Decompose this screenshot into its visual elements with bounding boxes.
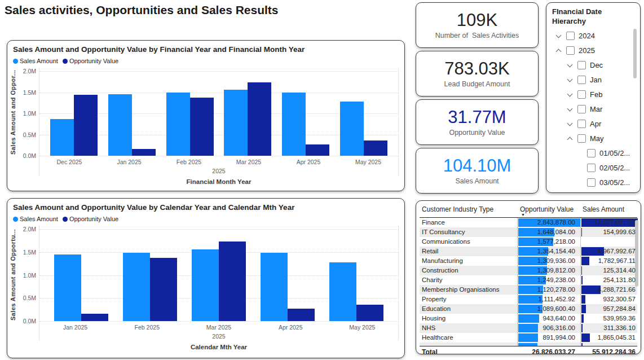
tree-item-mar[interactable]: Mar: [546, 102, 640, 117]
bar-group-apr-2025[interactable]: [282, 71, 329, 156]
tree-item-2025[interactable]: 2025: [546, 43, 640, 58]
opportunity-value-text: 1,249,238.00: [537, 276, 575, 283]
sales-amount-cell: 154,999.63: [580, 227, 637, 237]
chevron-down-icon[interactable]: [567, 62, 574, 69]
bar-opportunity-value[interactable]: [306, 144, 329, 156]
table-row[interactable]: [420, 343, 637, 346]
tree-item-02-05-2-[interactable]: 02/05/2...: [546, 161, 640, 175]
total-sales-amount: 55,912,284.36: [580, 346, 637, 354]
bar-sales-amount[interactable]: [166, 93, 190, 156]
tree-item-03-05-2-[interactable]: 03/05/2...: [546, 175, 640, 190]
checkbox[interactable]: [577, 90, 586, 99]
table-row[interactable]: Housing943,640.00539,959.36: [420, 314, 637, 323]
table-row[interactable]: Healthcare891,994.001,865,045.31: [420, 333, 637, 343]
checkbox[interactable]: [577, 61, 586, 69]
checkbox[interactable]: [577, 120, 586, 128]
checkbox[interactable]: [577, 105, 586, 113]
chevron-up-icon[interactable]: [567, 135, 574, 142]
tree-item-jan[interactable]: Jan: [546, 73, 640, 87]
bar-sales-amount[interactable]: [54, 254, 81, 321]
bar-opportunity-value[interactable]: [74, 95, 98, 156]
table-row[interactable]: Property1,111,452.92932,300.57: [420, 295, 637, 304]
bar-sales-amount[interactable]: [224, 90, 248, 156]
bar-opportunity-value[interactable]: [364, 141, 387, 156]
legend-item-sales-amount[interactable]: Sales Amount: [13, 58, 58, 64]
chevron-down-icon[interactable]: [555, 33, 562, 39]
bars-layer: [39, 71, 398, 156]
checkbox[interactable]: [587, 164, 596, 172]
tree-item-may[interactable]: May: [546, 131, 640, 146]
bar-sales-amount[interactable]: [261, 253, 288, 321]
chevron-down-icon[interactable]: [567, 77, 574, 84]
checkbox[interactable]: [577, 134, 586, 143]
sales-amount-text: 125,314.40: [603, 267, 636, 274]
opportunity-value-text: 1,111,452.92: [539, 296, 575, 302]
opportunity-data-bar: [518, 314, 539, 323]
table-row[interactable]: Manufacturing1,309,936.001,782,967.11: [420, 256, 637, 266]
table-row[interactable]: IT Consultancy1,648,084.00154,999.63: [420, 227, 637, 237]
table-body: Finance2,843,878.0012,527,091.57IT Consu…: [420, 218, 637, 346]
checkbox[interactable]: [566, 46, 575, 55]
chevron-up-icon[interactable]: [555, 47, 562, 54]
bar-group-dec-2025[interactable]: [50, 71, 98, 156]
bar-sales-amount[interactable]: [340, 102, 364, 156]
bar-sales-amount[interactable]: [282, 93, 306, 156]
chevron-down-icon[interactable]: [567, 91, 574, 98]
bar-sales-amount[interactable]: [329, 262, 356, 321]
bar-opportunity-value[interactable]: [356, 305, 383, 321]
table-row[interactable]: Education1,089,600.40957,284.84: [420, 304, 637, 314]
opportunity-value-text: 906,316.00: [542, 324, 575, 331]
table-row[interactable]: NHS906,316.00311,336.10: [420, 323, 637, 333]
table-row[interactable]: Charity1,249,238.00254,131.80: [420, 275, 637, 285]
bar-sales-amount[interactable]: [108, 94, 132, 156]
bar-group-jan-2025[interactable]: [108, 71, 156, 156]
legend-item-opportunity-value[interactable]: Opportunity Value: [63, 58, 118, 64]
column-header-customer-industry-type[interactable]: Customer Industry Type: [420, 205, 517, 216]
bar-group-feb-2025[interactable]: [123, 229, 177, 321]
tree-item-dec[interactable]: Dec: [546, 58, 640, 73]
table-header: Customer Industry Type Opportunity Value…: [420, 203, 637, 218]
checkbox[interactable]: [566, 32, 575, 40]
bar-opportunity-value[interactable]: [288, 309, 315, 321]
legend-item-opportunity-value[interactable]: Opportunity Value: [63, 216, 118, 222]
bar-group-may-2025[interactable]: [340, 71, 387, 156]
bar-group-mar-2025[interactable]: [224, 71, 271, 156]
tree-item-2024[interactable]: 2024: [546, 29, 640, 43]
financial-date-hierarchy-slicer: FInancial Date Hierarchy 20242025DecJanF…: [546, 2, 641, 193]
bar-opportunity-value[interactable]: [190, 98, 214, 156]
legend-label: Sales Amount: [20, 216, 58, 222]
checkbox[interactable]: [587, 178, 596, 187]
bar-sales-amount[interactable]: [50, 119, 74, 156]
table-row[interactable]: Finance2,843,878.0012,527,091.57: [420, 218, 637, 227]
table-row[interactable]: Construction1,309,812.00125,314.40: [420, 266, 637, 275]
tree-item-label: May: [590, 134, 604, 143]
column-header-sales-amount[interactable]: Sales Amount: [580, 205, 637, 216]
table-row[interactable]: Retail1,354,154.404,967,992.67: [420, 247, 637, 256]
tree-item-01-05-2-[interactable]: 01/05/2...: [546, 146, 640, 161]
table-row[interactable]: Communications1,577,218.00: [420, 237, 637, 247]
bar-opportunity-value[interactable]: [132, 149, 156, 156]
bar-group-feb-2025[interactable]: [166, 71, 214, 156]
bar-group-may-2025[interactable]: [329, 229, 383, 321]
slicer-scrollbar[interactable]: [633, 29, 637, 78]
tree-item-feb[interactable]: Feb: [546, 87, 640, 102]
bar-group-mar-2025[interactable]: [192, 229, 246, 321]
bar-group-jan-2025[interactable]: [54, 229, 108, 321]
bar-opportunity-value[interactable]: [81, 314, 108, 321]
legend-label: Sales Amount: [20, 58, 58, 64]
bar-opportunity-value[interactable]: [248, 82, 271, 156]
checkbox[interactable]: [587, 149, 596, 157]
bar-opportunity-value[interactable]: [219, 242, 246, 321]
bar-sales-amount[interactable]: [192, 249, 219, 321]
legend-item-sales-amount[interactable]: Sales Amount: [13, 216, 58, 222]
table-row[interactable]: Membership Organisations1,120,278.004,28…: [420, 285, 637, 295]
chevron-down-icon[interactable]: [567, 121, 574, 128]
column-header-opportunity-value[interactable]: Opportunity Value ▼: [517, 205, 580, 216]
chevron-down-icon[interactable]: [567, 106, 574, 113]
tree-item-apr[interactable]: Apr: [546, 117, 640, 131]
bar-sales-amount[interactable]: [123, 253, 150, 321]
checkbox[interactable]: [577, 76, 586, 84]
bar-group-apr-2025[interactable]: [261, 229, 315, 321]
opportunity-value-text: 943,640.00: [542, 315, 575, 322]
bar-opportunity-value[interactable]: [150, 258, 177, 321]
